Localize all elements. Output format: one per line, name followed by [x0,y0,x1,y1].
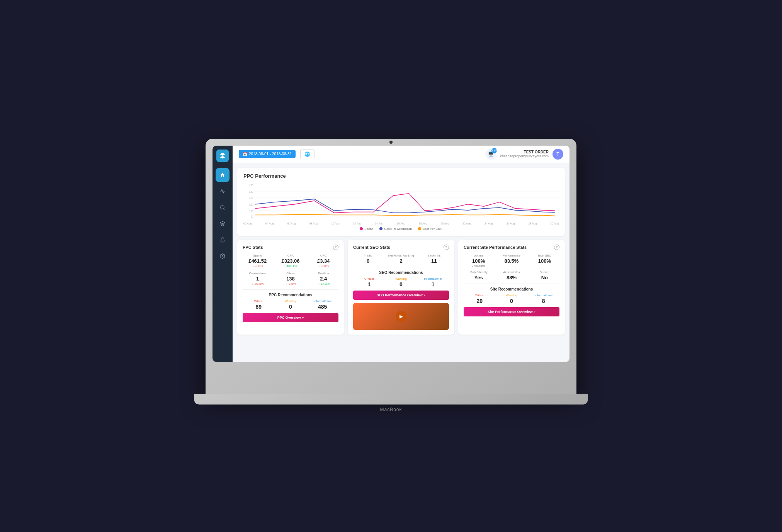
backlinks-value: 11 [419,258,449,264]
svg-point-0 [221,205,224,209]
ppc-informational: Informational 485 [306,299,338,310]
svg-text:£30: £30 [249,196,253,199]
conversions-value: 1 [243,276,272,282]
site-overview-button[interactable]: Site Performance Overview » [464,307,559,316]
accessibility-value: 88% [496,275,526,280]
sidebar-item-search[interactable] [216,201,230,214]
site-info-label: Informational [527,294,559,297]
ppc-warning: Warning 0 [275,299,307,310]
site-warning: Warning 0 [496,294,528,304]
keywords-value: 2 [386,258,416,264]
date-range-button[interactable]: 📅 2018-08-01 - 2018-08-31 [239,150,296,158]
position-value: 2.4 [309,276,338,282]
ppc-warning-value: 0 [275,304,307,310]
avatar[interactable]: T [552,149,563,160]
spend-value: £461.52 [243,258,272,264]
globe-button[interactable]: 🌐 [300,149,314,159]
layers-icon [220,221,225,226]
ppc-stats-title: PPC Stats ? [243,245,338,250]
svg-marker-2 [220,221,225,224]
svg-text:£50: £50 [249,184,253,186]
seo-overview-button[interactable]: SEO Performance Overview » [353,291,449,300]
main-content: 📅 2018-08-01 - 2018-08-31 🌐 🖥️ 819 [233,146,570,362]
site-critical-label: Critical [464,294,496,297]
ppc-position: Position 2.4 ↑ -14.3% [309,272,338,286]
seo-rec-title: SEO Recommendations [353,270,449,275]
dashboard: PPC Performance [233,163,570,362]
logo[interactable] [216,150,229,162]
spend-change: ↓ -3.8% [243,264,272,268]
notification-badge[interactable]: 🖥️ 819 [485,149,496,160]
tech-seo-label: Tech SEO [530,254,559,257]
cpc-dot [418,227,421,230]
ppc-clicks: Clicks 138 ↓ -3.5% [275,272,305,286]
ppc-overview-button[interactable]: PPC Overview » [243,313,338,322]
ppc-stat-grid-1: Spend £461.52 ↓ -3.8% CPA £323.06 ↑ 461.… [243,254,338,268]
video-thumbnail[interactable]: ▶ [353,303,449,330]
svg-text:£0: £0 [251,215,253,218]
sidebar-item-settings[interactable] [216,249,230,263]
clicks-value: 138 [275,276,305,282]
sidebar-item-bell[interactable] [216,233,230,247]
sidebar-item-layers[interactable] [216,217,230,231]
settings-icon [220,253,225,259]
home-icon [220,172,225,178]
avatar-initial: T [556,151,559,157]
user-name: TEST ORDER [500,150,549,154]
cpa-label: Cost Per Acquisition [384,227,412,231]
seo-recommendations: SEO Recommendations Critical 1 Warning [353,267,449,300]
uptime-sub: 0 outages [464,264,493,267]
site-rec-grid: Critical 20 Warning 0 Inform [464,294,559,304]
seo-stat-grid: Traffic 0 Keywords Ranking 2 Backlinks [353,254,449,264]
secure-label: Secure [530,270,559,274]
ppc-conversions: Conversions 1 ↓ -87.5% [243,272,272,286]
date-range-text: 2018-08-01 - 2018-08-31 [249,152,292,156]
stats-row: PPC Stats ? Spend £461.52 ↓ -3.8% [237,240,565,335]
svg-text:£20: £20 [249,203,253,206]
seo-rec-grid: Critical 1 Warning 0 Informa [353,277,449,287]
ppc-chart-svg: £50 £40 £30 £20 £10 £0 [243,183,559,221]
user-info: TEST ORDER cheshirepropertysurveyors.com [500,150,549,158]
ppc-rec-grid: Critical 89 Warning 0 Inform [243,299,338,310]
ppc-info-label: Informational [306,299,338,303]
sidebar-item-activity[interactable] [216,184,230,198]
topbar: 📅 2018-08-01 - 2018-08-31 🌐 🖥️ 819 [233,146,570,163]
cpc-label: Cost Per Click [423,227,442,231]
mob-friendly-label: Mob Friendly [464,270,493,274]
sidebar-item-home[interactable] [216,168,230,182]
cpa-label: CPA [275,254,305,257]
conversions-label: Conversions [243,272,272,275]
conversions-change: ↓ -87.5% [243,282,272,286]
activity-icon [220,189,225,194]
macbook-label: MacBook [380,407,402,412]
seo-warning: Warning 0 [385,277,417,287]
site-stats-card: Current Site Performance Stats ? Uptime … [458,240,565,335]
play-button[interactable]: ▶ [396,311,406,322]
site-accessibility: Accessibility 88% [496,270,526,280]
logo-icon [219,152,226,159]
site-stat-grid-1: Uptime 100% 0 outages Performance 83.5% [464,254,559,267]
seo-critical-label: Critical [353,277,385,280]
ppc-critical: Critical 89 [243,299,275,310]
site-performance: Performance 83.5% [496,254,526,267]
ppc-critical-value: 89 [243,304,275,310]
seo-help-icon[interactable]: ? [444,245,449,250]
spend-dot [360,227,363,230]
seo-info-label: Informational [417,277,449,280]
seo-stats-card: Current SEO Stats ? Traffic 0 K [348,240,454,335]
ppc-cpa: CPA £323.06 ↑ 461.1% [275,254,305,268]
cpc-change: ↓ -0.6% [309,264,338,268]
legend-cpc: Cost Per Click [418,227,442,231]
site-critical-value: 20 [464,298,496,304]
ppc-help-icon[interactable]: ? [333,245,338,250]
site-info-value: 8 [527,298,559,304]
ppc-chart-title: PPC Performance [243,173,559,179]
seo-keywords: Keywords Ranking 2 [386,254,416,264]
ppc-info-value: 485 [306,304,338,310]
site-help-icon[interactable]: ? [554,245,559,250]
secure-value: No [530,275,559,280]
seo-critical: Critical 1 [353,277,385,287]
ppc-rec-title: PPC Recommendations [243,293,338,297]
position-label: Position [309,272,338,275]
laptop-base: MacBook [194,394,588,405]
